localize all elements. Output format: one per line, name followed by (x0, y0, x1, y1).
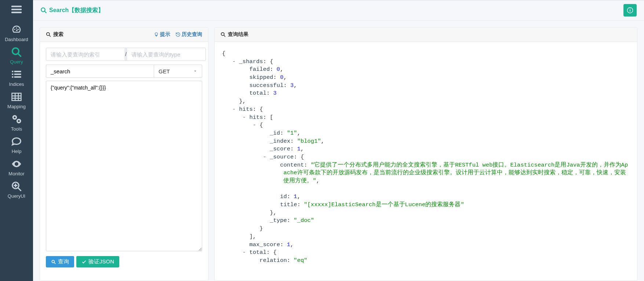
sidebar-item-indices[interactable]: Indices (0, 66, 33, 89)
tips-link[interactable]: 提示 (154, 31, 170, 38)
svg-line-33 (54, 262, 56, 264)
sidebar-item-dashboard[interactable]: Dashboard (0, 22, 33, 44)
type-input[interactable] (127, 48, 206, 61)
svg-rect-29 (630, 9, 630, 10)
svg-rect-6 (14, 71, 21, 72)
result-panel: 查询结果 { - _shards: { failed: 0, skipped: … (214, 27, 637, 281)
svg-point-19 (18, 120, 20, 122)
svg-rect-0 (11, 6, 22, 7)
svg-rect-11 (12, 93, 21, 101)
endpoint-input[interactable] (46, 65, 154, 78)
history-link[interactable]: 历史查询 (175, 31, 202, 38)
gears-icon (0, 114, 33, 126)
menu-toggle-icon[interactable] (10, 4, 23, 16)
json-result-viewer[interactable]: { - _shards: { failed: 0, skipped: 0, su… (221, 48, 631, 267)
search-panel-title: 搜索 (53, 31, 63, 38)
svg-point-3 (12, 48, 19, 55)
sidebar-item-tools[interactable]: Tools (0, 111, 33, 134)
svg-line-22 (18, 188, 21, 191)
svg-point-32 (52, 260, 54, 263)
index-input[interactable] (46, 48, 125, 61)
sidebar-item-monitor[interactable]: Monitor (0, 156, 33, 178)
svg-point-30 (47, 33, 50, 36)
svg-point-25 (41, 8, 45, 12)
result-panel-title: 查询结果 (228, 31, 248, 38)
svg-point-20 (16, 163, 18, 165)
chevron-down-icon (193, 69, 197, 73)
sidebar-item-queryui[interactable]: QueryUI (0, 178, 33, 201)
info-button[interactable] (623, 4, 637, 17)
validate-json-button[interactable]: 验证JSON (76, 256, 119, 267)
zoom-in-icon (0, 181, 33, 193)
search-panel: 搜索 提示 历史查询 (40, 27, 208, 281)
svg-line-35 (224, 35, 225, 37)
sidebar-item-help[interactable]: Help (0, 134, 33, 156)
query-button[interactable]: 查询 (46, 256, 74, 267)
svg-rect-2 (11, 12, 22, 13)
svg-rect-1 (11, 9, 22, 10)
svg-rect-28 (630, 10, 630, 12)
svg-point-34 (221, 33, 224, 36)
sidebar-item-mapping[interactable]: Mapping (0, 89, 33, 111)
svg-line-31 (49, 35, 51, 37)
table-icon (0, 91, 33, 103)
search-icon (0, 47, 33, 59)
svg-line-26 (44, 11, 46, 13)
sidebar: Dashboard Query Indices Mapping Tools He… (0, 0, 33, 281)
svg-rect-5 (12, 71, 14, 72)
chat-icon (0, 136, 33, 148)
svg-rect-7 (12, 74, 14, 75)
dashboard-icon (0, 24, 33, 36)
svg-rect-9 (12, 76, 14, 78)
request-body-textarea[interactable] (46, 81, 202, 251)
method-select[interactable]: GET (154, 65, 202, 78)
svg-rect-10 (14, 76, 21, 78)
svg-point-17 (14, 117, 16, 118)
topbar: Search【数据搜索】 (33, 0, 644, 21)
svg-rect-8 (14, 74, 21, 75)
eye-icon (0, 158, 33, 171)
list-icon (0, 69, 33, 81)
svg-line-4 (18, 54, 21, 57)
page-title: Search【数据搜索】 (40, 7, 104, 14)
sidebar-item-query[interactable]: Query (0, 44, 33, 66)
